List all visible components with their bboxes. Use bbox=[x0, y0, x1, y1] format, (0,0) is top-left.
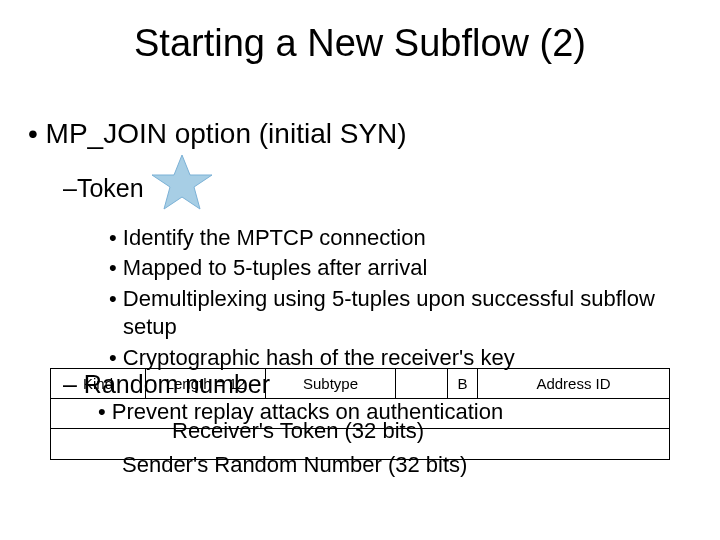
random-sub-1-text: Prevent replay attacks on authentication bbox=[112, 399, 503, 424]
bullet-lvl1-text: MP_JOIN option (initial SYN) bbox=[46, 118, 407, 149]
slide-title: Starting a New Subflow (2) bbox=[0, 0, 720, 115]
cell-gap bbox=[396, 369, 448, 398]
token-sub-1: • Identify the MPTCP connection bbox=[28, 224, 692, 253]
token-sub-3-text: Demultiplexing using 5-tuples upon succe… bbox=[123, 286, 655, 340]
cell-b: B bbox=[448, 369, 478, 398]
svg-marker-0 bbox=[152, 155, 212, 209]
cell-address-id: Address ID bbox=[478, 369, 669, 398]
random-sub-1: • Prevent replay attacks on authenticati… bbox=[98, 399, 503, 425]
star-icon bbox=[150, 153, 214, 224]
token-sub-1-text: Identify the MPTCP connection bbox=[123, 225, 426, 250]
token-sub-3: • Demultiplexing using 5-tuples upon suc… bbox=[28, 285, 692, 342]
bullet-lvl1: • MP_JOIN option (initial SYN) bbox=[28, 115, 692, 153]
bullet-random: – Random number bbox=[63, 370, 270, 399]
token-sub-2: • Mapped to 5-tuples after arrival bbox=[28, 254, 692, 283]
cell-subtype: Subtype bbox=[266, 369, 396, 398]
token-sub-2-text: Mapped to 5-tuples after arrival bbox=[123, 255, 428, 280]
slide-body: • MP_JOIN option (initial SYN) – Token •… bbox=[0, 115, 720, 373]
bullet-token-label: Token bbox=[77, 169, 144, 208]
bullet-random-label: Random number bbox=[84, 370, 270, 398]
packet-row-3-text: Sender's Random Number (32 bits) bbox=[122, 452, 467, 478]
token-sub-4-text: Cryptographic hash of the receiver's key bbox=[123, 345, 515, 370]
bullet-token: – Token bbox=[28, 153, 692, 224]
